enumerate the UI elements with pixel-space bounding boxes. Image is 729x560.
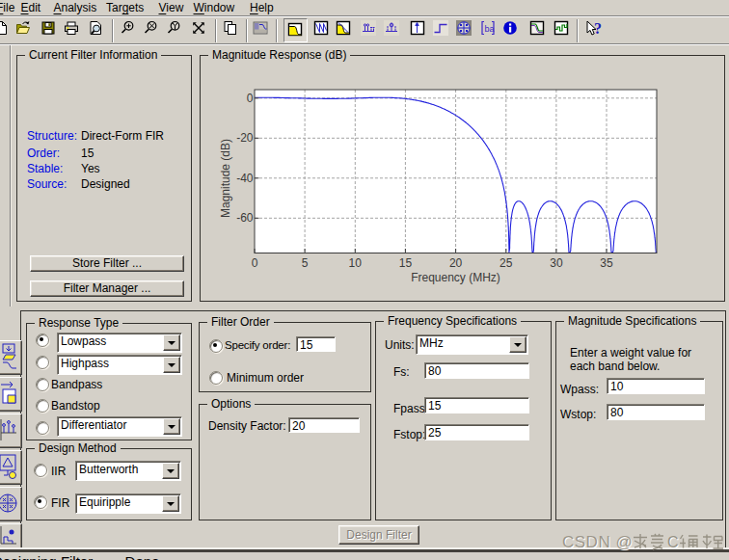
- svg-text:-60: -60: [236, 211, 254, 225]
- svg-text:ba: ba: [484, 24, 494, 34]
- svg-text:10: 10: [349, 256, 363, 270]
- svg-text:30: 30: [550, 256, 563, 270]
- svg-text:C: C: [667, 534, 679, 550]
- svg-text:-40: -40: [236, 172, 254, 185]
- svg-text:0: 0: [247, 92, 254, 105]
- svg-text:35: 35: [600, 256, 613, 270]
- svg-text:20: 20: [449, 256, 463, 270]
- svg-text:5: 5: [302, 256, 309, 270]
- svg-text:25: 25: [500, 256, 513, 270]
- svg-text:15: 15: [399, 256, 413, 270]
- svg-text:Magnitude (dB): Magnitude (dB): [219, 139, 232, 218]
- svg-text:0: 0: [252, 256, 258, 270]
- svg-text:Frequency (MHz): Frequency (MHz): [411, 271, 500, 284]
- svg-text:-20: -20: [236, 131, 254, 145]
